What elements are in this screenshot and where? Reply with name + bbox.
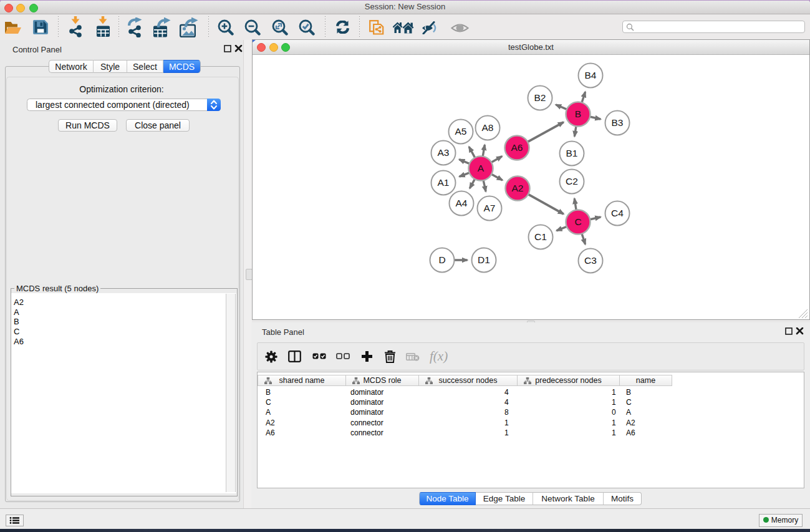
svg-text:A5: A5 [455, 126, 467, 137]
svg-text:D1: D1 [478, 254, 490, 265]
svg-text:A1: A1 [438, 177, 450, 188]
svg-text:B3: B3 [612, 117, 624, 128]
svg-text:C1: C1 [534, 231, 547, 242]
svg-text:C: C [574, 216, 581, 227]
svg-text:D: D [438, 254, 445, 265]
svg-text:B1: B1 [566, 148, 578, 158]
svg-text:A2: A2 [512, 183, 524, 193]
svg-text:A4: A4 [456, 198, 468, 208]
svg-text:B: B [575, 109, 581, 119]
svg-text:A6: A6 [511, 142, 523, 153]
svg-text:B4: B4 [585, 70, 597, 80]
svg-text:A: A [478, 163, 485, 173]
svg-text:C3: C3 [584, 255, 597, 266]
svg-text:A3: A3 [438, 147, 450, 158]
svg-text:C2: C2 [566, 176, 578, 186]
svg-text:A8: A8 [482, 122, 494, 133]
svg-text:A7: A7 [484, 203, 496, 213]
svg-text:C4: C4 [611, 208, 624, 218]
svg-text:B2: B2 [534, 92, 546, 103]
